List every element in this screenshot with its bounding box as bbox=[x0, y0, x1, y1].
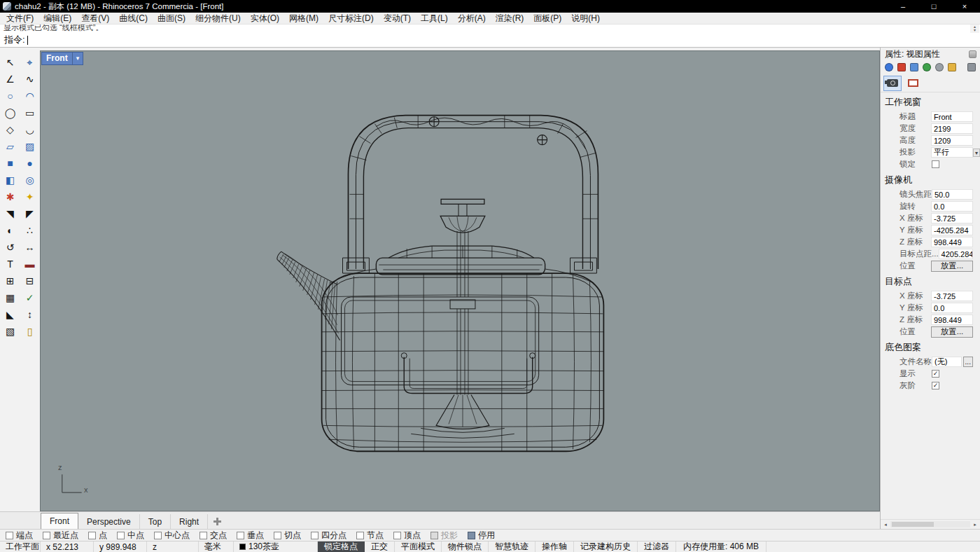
menu-analyze[interactable]: 分析(A) bbox=[453, 13, 491, 25]
rotate-icon[interactable]: ↺ bbox=[1, 239, 20, 255]
camera-place-button[interactable]: 放置... bbox=[931, 261, 973, 272]
background-filename-field[interactable]: (无) bbox=[932, 357, 962, 367]
menu-transform[interactable]: 变动(T) bbox=[379, 13, 416, 25]
tab-perspective[interactable]: Perspective bbox=[78, 514, 140, 529]
pipe-icon[interactable]: ◎ bbox=[21, 172, 39, 188]
loft-icon[interactable]: ▨ bbox=[21, 138, 39, 154]
camera-rotation-field[interactable]: 0.0 bbox=[931, 201, 973, 212]
move-icon[interactable]: ↔ bbox=[21, 239, 39, 255]
planar-toggle[interactable]: 平面模式 bbox=[395, 541, 442, 552]
ellipse-icon[interactable]: ◯ bbox=[1, 104, 20, 120]
osnap-checkbox[interactable] bbox=[430, 532, 438, 539]
menu-help[interactable]: 说明(H) bbox=[566, 13, 605, 25]
osnap-intersection[interactable]: 交点 bbox=[200, 530, 227, 541]
arc-icon[interactable]: ◠ bbox=[21, 88, 39, 104]
scrollbar-thumb[interactable] bbox=[892, 522, 934, 527]
viewport-width-field[interactable]: 2199 bbox=[931, 123, 973, 134]
lock-checkbox[interactable] bbox=[932, 160, 939, 168]
layer-indicator[interactable]: 130茶壶 bbox=[234, 541, 318, 552]
history-toggle[interactable]: 记录建构历史 bbox=[574, 541, 638, 552]
osnap-knot[interactable]: 节点 bbox=[356, 530, 384, 541]
gumball-toggle[interactable]: 操作轴 bbox=[536, 541, 574, 552]
camera-target-distance-field[interactable]: 4205.284 bbox=[939, 249, 973, 259]
circle-icon[interactable]: ○ bbox=[1, 88, 20, 104]
lightning-icon[interactable]: ✦ bbox=[21, 188, 39, 205]
maximize-button[interactable]: □ bbox=[918, 0, 949, 13]
viewport-title-field[interactable]: Front bbox=[931, 111, 973, 122]
boolean-icon[interactable]: ◐ bbox=[1, 222, 20, 238]
panel-grid-icon[interactable] bbox=[967, 62, 976, 72]
sphere-icon[interactable]: ● bbox=[21, 155, 39, 171]
osnap-checkbox[interactable] bbox=[117, 532, 125, 539]
camera-lens-field[interactable]: 50.0 bbox=[932, 189, 973, 200]
osnap-checkbox[interactable] bbox=[88, 532, 96, 539]
text-icon[interactable]: T bbox=[1, 256, 20, 272]
osnap-checkbox[interactable] bbox=[43, 532, 50, 539]
array-icon[interactable]: ⊞ bbox=[1, 272, 20, 289]
tab-right[interactable]: Right bbox=[171, 514, 208, 529]
measure-icon[interactable]: ◣ bbox=[1, 306, 20, 322]
points-on-icon[interactable]: ⌖ bbox=[21, 54, 39, 70]
display-properties-tab[interactable] bbox=[904, 76, 922, 91]
osnap-checkbox[interactable] bbox=[356, 532, 364, 539]
surface-icon[interactable]: ▱ bbox=[1, 138, 20, 154]
trim-icon[interactable]: ◥ bbox=[1, 205, 20, 221]
object-properties-icon[interactable] bbox=[884, 62, 894, 72]
mirror-icon[interactable]: ▯ bbox=[21, 323, 39, 339]
select-icon[interactable]: ↖ bbox=[1, 54, 20, 70]
plane-icon[interactable]: ▬ bbox=[21, 256, 39, 272]
osnap-point[interactable]: 点 bbox=[88, 530, 107, 541]
target-z-field[interactable]: 998.449 bbox=[931, 315, 973, 325]
menu-view[interactable]: 查看(V) bbox=[76, 13, 114, 25]
extrude-icon[interactable]: ◧ bbox=[1, 172, 20, 188]
osnap-quadrant[interactable]: 四分点 bbox=[311, 530, 346, 541]
scroll-down-icon[interactable]: ▾ bbox=[974, 29, 976, 32]
menu-edit[interactable]: 编辑(E) bbox=[38, 13, 76, 25]
view-properties-tab[interactable] bbox=[883, 76, 902, 91]
osnap-endpoint[interactable]: 端点 bbox=[6, 530, 33, 541]
osnap-checkbox[interactable] bbox=[274, 532, 281, 539]
freeform-icon[interactable]: ◡ bbox=[21, 121, 39, 137]
osnap-checkbox[interactable] bbox=[200, 532, 207, 539]
dimension-icon[interactable]: ↕ bbox=[21, 306, 39, 322]
memory-usage[interactable]: 内存使用量: 406 MB bbox=[676, 541, 766, 552]
menu-dimension[interactable]: 尺寸标注(D) bbox=[323, 13, 379, 25]
camera-y-field[interactable]: -4205.284 bbox=[931, 225, 973, 235]
filter-toggle[interactable]: 过滤器 bbox=[638, 541, 676, 552]
menu-render[interactable]: 渲染(R) bbox=[491, 13, 529, 25]
camera-z-field[interactable]: 998.449 bbox=[931, 237, 973, 247]
viewport-title-badge[interactable]: Front ▾ bbox=[42, 53, 83, 64]
rectangle-icon[interactable]: ▭ bbox=[21, 104, 39, 120]
display-icon[interactable] bbox=[909, 62, 919, 72]
new-viewport-icon[interactable] bbox=[214, 518, 221, 525]
command-history-scrollbar[interactable]: ▴ ▾ bbox=[970, 25, 979, 33]
panel-horizontal-scrollbar[interactable]: ◂ ▸ bbox=[881, 519, 980, 529]
menu-tools[interactable]: 工具(L) bbox=[416, 13, 453, 25]
projection-dropdown-icon[interactable]: ▾ bbox=[973, 149, 980, 157]
polygon-icon[interactable]: ◇ bbox=[1, 121, 20, 137]
hatch-icon[interactable]: ▧ bbox=[1, 323, 20, 339]
menu-subd[interactable]: 细分物件(U) bbox=[190, 13, 246, 25]
tab-top[interactable]: Top bbox=[140, 514, 171, 529]
osnap-checkbox[interactable] bbox=[154, 532, 162, 539]
camera-x-field[interactable]: -3.725 bbox=[931, 213, 973, 223]
osnap-center[interactable]: 中心点 bbox=[154, 530, 190, 541]
osnap-toggle[interactable]: 物件锁点 bbox=[442, 541, 489, 552]
explode-icon[interactable]: ✱ bbox=[1, 188, 20, 205]
cplane-button[interactable]: 工作平面 bbox=[0, 541, 41, 552]
attach-icon[interactable] bbox=[934, 62, 944, 72]
scroll-right-icon[interactable]: ▸ bbox=[970, 520, 980, 529]
osnap-vertex[interactable]: 顶点 bbox=[393, 530, 421, 541]
close-button[interactable]: × bbox=[949, 0, 980, 13]
command-input[interactable]: 指令: bbox=[0, 33, 980, 48]
units-button[interactable]: 毫米 bbox=[199, 541, 234, 552]
osnap-project[interactable]: 投影 bbox=[430, 530, 458, 541]
split-icon[interactable]: ◤ bbox=[21, 205, 39, 221]
osnap-near[interactable]: 最近点 bbox=[43, 530, 78, 541]
menu-file[interactable]: 文件(F) bbox=[1, 13, 38, 25]
check-icon[interactable]: ✓ bbox=[21, 289, 39, 305]
target-x-field[interactable]: -3.725 bbox=[931, 291, 973, 301]
osnap-checkbox[interactable] bbox=[468, 532, 475, 539]
osnap-checkbox[interactable] bbox=[6, 532, 13, 539]
projection-select[interactable]: 平行 bbox=[931, 147, 973, 158]
